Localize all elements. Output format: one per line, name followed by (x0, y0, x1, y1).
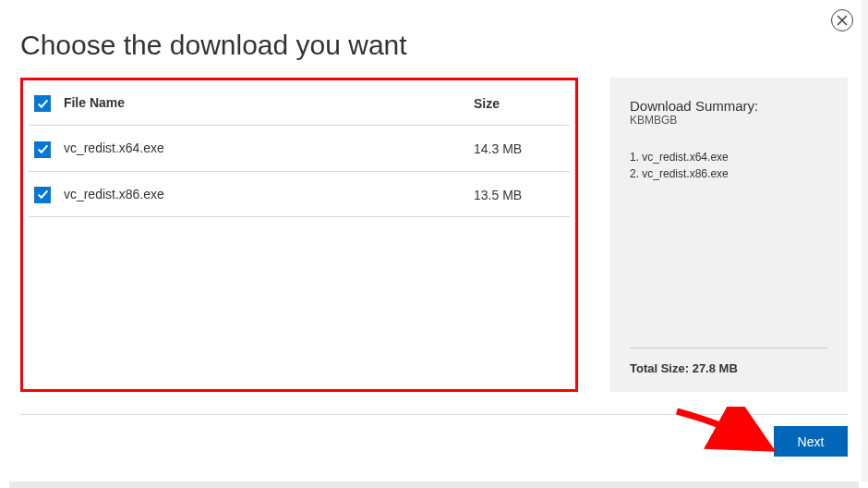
footer-divider (20, 414, 848, 415)
check-icon (37, 143, 49, 155)
next-button[interactable]: Next (774, 426, 848, 457)
summary-file-item: vc_redist.x64.exe (630, 151, 827, 164)
table-header-row: File Name Size (29, 80, 570, 126)
summary-file-list: vc_redist.x64.exe vc_redist.x86.exe (630, 151, 827, 184)
file-size: 13.5 MB (468, 171, 570, 216)
column-name-label: File Name (64, 95, 125, 110)
file-selection-panel: File Name Size vc_redist.x64.exe 14.3 MB (20, 78, 578, 392)
download-summary-panel: Download Summary: KBMBGB vc_redist.x64.e… (609, 78, 848, 392)
file-name: vc_redist.x86.exe (64, 187, 164, 201)
file-size: 14.3 MB (468, 126, 570, 171)
file-checkbox[interactable] (34, 141, 51, 158)
page-title: Choose the download you want (20, 30, 868, 61)
summary-title: Download Summary: (630, 98, 827, 114)
column-header-name: File Name (29, 80, 468, 126)
total-size: Total Size: 27.8 MB (630, 348, 827, 375)
select-all-checkbox[interactable] (34, 95, 51, 112)
vertical-scrollbar[interactable] (862, 0, 868, 482)
check-icon (37, 98, 49, 110)
file-table: File Name Size vc_redist.x64.exe 14.3 MB (29, 80, 570, 217)
close-button[interactable] (831, 9, 853, 31)
horizontal-scrollbar[interactable] (9, 482, 859, 488)
table-row: vc_redist.x64.exe 14.3 MB (29, 126, 570, 171)
close-icon (837, 15, 848, 26)
column-header-size: Size (468, 80, 570, 126)
summary-file-item: vc_redist.x86.exe (630, 167, 827, 180)
table-row: vc_redist.x86.exe 13.5 MB (29, 171, 570, 216)
summary-subtitle: KBMBGB (630, 114, 827, 127)
check-icon (37, 189, 49, 201)
file-checkbox[interactable] (34, 187, 51, 203)
file-name: vc_redist.x64.exe (64, 140, 164, 155)
